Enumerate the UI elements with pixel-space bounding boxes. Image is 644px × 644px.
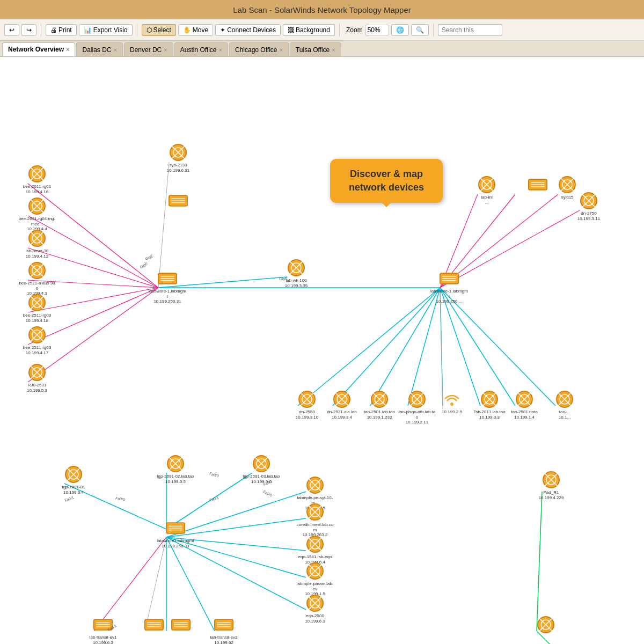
- connect-button[interactable]: ✦ Connect Devices: [215, 24, 281, 36]
- node-label: labswore-1.labmgmt10.199.250.31: [149, 289, 186, 304]
- node-n3[interactable]: lab-omer-1010.199.4.12: [18, 229, 56, 259]
- magnify-icon: 🔍: [416, 26, 424, 34]
- node-n5[interactable]: bee-2511-rg0310.199.4.18: [18, 293, 56, 323]
- zoom-search-button[interactable]: 🔍: [411, 24, 429, 36]
- node-lb3[interactable]: eqo-1541.lab-eqo10.199.6.4: [296, 535, 334, 565]
- node-bot4[interactable]: [162, 615, 200, 634]
- network-canvas[interactable]: Discover & mapnetwork devices bee-2011-r…: [0, 57, 644, 644]
- node-n6[interactable]: bee-2511-rg0310.199.4.17: [18, 325, 56, 355]
- node-lb4[interactable]: labmple-param.lab.ev10.199.1.5: [296, 561, 334, 597]
- node-hub3[interactable]: labswore1.labmgmt10.199.250.33: [157, 518, 194, 548]
- node-n22[interactable]: lab-inl...: [468, 175, 506, 205]
- node-hub1[interactable]: labswore-1.labmgmt10.199.250.31: [149, 269, 186, 304]
- router-icon: [305, 502, 325, 522]
- node-n14[interactable]: tao-plsgo-nfb.lab.tao10.199.2.11: [398, 390, 436, 425]
- zoom-globe-button[interactable]: 🌐: [391, 24, 409, 36]
- tab-close-icon[interactable]: ×: [66, 46, 69, 53]
- node-lb2[interactable]: coredir.lmeel.lab.com10.199.263.2: [296, 502, 334, 538]
- node-tgp3[interactable]: tgp-2691-03.lab.tao10.199.3.6: [243, 454, 280, 484]
- tab-close-icon[interactable]: ×: [219, 47, 222, 53]
- select-label: Select: [153, 26, 171, 34]
- print-label: Print: [58, 26, 72, 34]
- router-icon: [305, 594, 325, 613]
- node-label: bee-2511-rg0310.199.4.18: [23, 313, 51, 323]
- redo-button[interactable]: ↪: [21, 24, 36, 36]
- move-icon: ✋: [183, 26, 191, 34]
- export-button[interactable]: 📊 Export Visio: [79, 24, 133, 36]
- background-button[interactable]: 🖼 Background: [283, 24, 335, 36]
- zoom-input[interactable]: [365, 25, 389, 35]
- node-tgp2[interactable]: tgp-2691-02.lab.tao10.199.3.5: [157, 454, 194, 484]
- node-label: 10.199.2.9: [442, 409, 462, 415]
- router-icon: [579, 191, 598, 210]
- tab-dallas-dc[interactable]: Dallas DC×: [76, 42, 122, 56]
- tab-close-icon[interactable]: ×: [164, 47, 167, 53]
- switch-icon: [144, 615, 164, 634]
- node-n21[interactable]: dn-275010.199.3.11: [570, 191, 608, 221]
- node-hub2[interactable]: labswore-1.labmgmt10.199.250 ...: [430, 269, 468, 304]
- node-n20[interactable]: [519, 175, 557, 194]
- tab-chicago-office[interactable]: Chicago Office×: [229, 42, 289, 56]
- switch-icon: [440, 269, 459, 288]
- node-label: dn-255010.199.3.10: [296, 409, 318, 420]
- tab-label: Dallas DC: [82, 46, 111, 54]
- select-button[interactable]: ⬡ Select: [142, 24, 176, 36]
- undo-button[interactable]: ↩: [4, 24, 19, 36]
- tab-close-icon[interactable]: ×: [279, 47, 282, 53]
- switch-icon: [528, 175, 547, 194]
- node-n12[interactable]: dn-2521.ala.lab10.199.3.4: [323, 390, 361, 420]
- node-label: tgp-2691-0110.199.3.4: [62, 485, 85, 495]
- connection-label: Fa0/0: [262, 490, 273, 497]
- move-button[interactable]: ✋ Move: [178, 24, 213, 36]
- node-n18[interactable]: tao-...10.1...: [546, 390, 583, 420]
- connection-label: Fa0/0: [115, 496, 126, 501]
- node-pad1[interactable]: Pad_R110.199.4.229: [532, 470, 570, 500]
- switch-icon: [93, 615, 113, 634]
- tab-austin-office[interactable]: Austin Office×: [174, 42, 228, 56]
- node-n10[interactable]: lab-wk-10010.199.3.35: [277, 258, 315, 288]
- connect-icon: ✦: [220, 26, 225, 34]
- router-icon: [297, 390, 317, 409]
- tab-close-icon[interactable]: ×: [114, 47, 117, 53]
- router-icon: [477, 175, 496, 194]
- search-input[interactable]: [438, 24, 502, 36]
- node-n1[interactable]: bee-2011-rg0110.199.4.16: [18, 164, 56, 194]
- node-n13[interactable]: tao-2501.lab.tao10.199.1.232: [361, 390, 398, 420]
- tab-close-icon[interactable]: ×: [332, 47, 335, 53]
- router-icon: [305, 535, 325, 554]
- tab-denver-dc[interactable]: Denver DC×: [124, 42, 173, 56]
- router-icon: [555, 390, 574, 409]
- node-label: labswore-1.labmgmt10.199.250 ...: [430, 289, 468, 304]
- router-icon: [515, 390, 534, 409]
- node-bot5[interactable]: [527, 615, 565, 634]
- node-bot1[interactable]: lab-transit-ev110.199.6.3: [84, 615, 122, 644]
- tab-label: Chicago Office: [235, 46, 277, 54]
- tab-network-overview[interactable]: Network Overview×: [2, 42, 75, 56]
- connection-label: Fa0/1: [209, 496, 219, 502]
- toolbar: ↩ ↪ 🖨 Print 📊 Export Visio ⬡ Select ✋ Mo…: [0, 19, 644, 41]
- node-n15[interactable]: 10.199.2.9: [433, 390, 471, 415]
- print-button[interactable]: 🖨 Print: [46, 24, 77, 36]
- node-tgp1[interactable]: tgp-2691-0110.199.3.4: [55, 465, 92, 495]
- node-n8[interactable]: syo-213810.199.6.31: [159, 143, 197, 173]
- node-label: bee-2011-rg0110.199.4.16: [23, 184, 51, 194]
- switch-icon: [214, 615, 233, 634]
- node-n16[interactable]: Tsh-2011.lab.tao10.199.3.3: [471, 390, 508, 420]
- switch-icon: [171, 615, 191, 634]
- router-icon: [305, 561, 325, 581]
- node-n11[interactable]: dn-255010.199.3.10: [288, 390, 326, 420]
- tab-tulsa-office[interactable]: Tulsa Office×: [290, 42, 341, 56]
- node-bot3[interactable]: lab-transit-ev210.199.62: [205, 615, 243, 644]
- node-label: RJ0-253110.199.5.3: [27, 383, 47, 393]
- node-n2[interactable]: bee-2691-rg04.mg-mee...10.199.4.4: [18, 196, 56, 232]
- sep3: [339, 24, 340, 36]
- svg-line-7: [440, 288, 480, 406]
- connection-label: GigE: [144, 254, 153, 261]
- node-lb5[interactable]: eqo-250010.199.6.3: [296, 594, 334, 624]
- node-n4[interactable]: bee-2521-a aus 98010.199.4.3: [18, 261, 56, 296]
- tooltip-bubble: Discover & mapnetwork devices: [330, 159, 443, 203]
- node-n17[interactable]: tao-2501.data10.199.1.4: [506, 390, 543, 420]
- select-icon: ⬡: [147, 26, 152, 34]
- node-n9[interactable]: [159, 191, 197, 210]
- node-n7[interactable]: RJ0-253110.199.5.3: [18, 363, 56, 393]
